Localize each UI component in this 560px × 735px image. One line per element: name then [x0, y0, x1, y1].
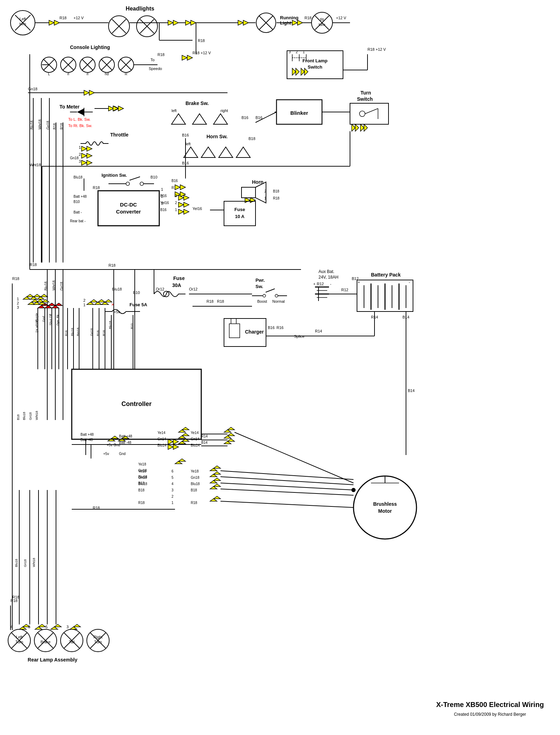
svg-text:Sw.: Sw.	[255, 284, 263, 289]
svg-text:Blu18: Blu18	[15, 559, 18, 567]
svg-text:Rear Lamp Assembly: Rear Lamp Assembly	[28, 657, 77, 663]
svg-text:Aux Bat.: Aux Bat.	[318, 269, 334, 274]
svg-text:B18: B18	[191, 488, 197, 492]
svg-text:R18: R18	[273, 196, 280, 200]
svg-text:R18: R18	[191, 501, 197, 505]
svg-text:R18  +12 V: R18 +12 V	[368, 47, 386, 51]
svg-text:Headlights: Headlights	[126, 6, 154, 12]
svg-text:24V, 18AH: 24V, 18AH	[318, 275, 338, 280]
svg-text:Blu18: Blu18	[138, 475, 147, 479]
svg-text:4: 4	[172, 482, 174, 486]
svg-text:1: 1	[79, 145, 81, 149]
svg-text:Batt -: Batt -	[74, 210, 82, 214]
svg-text:Converter: Converter	[116, 209, 141, 215]
svg-text:B18: B18	[248, 136, 255, 141]
svg-text:6: 6	[172, 469, 174, 473]
svg-text:To Rt. Bk. Sw.: To Rt. Bk. Sw.	[68, 124, 92, 128]
svg-text:R12: R12	[317, 282, 324, 286]
svg-text:3: 3	[17, 305, 19, 309]
svg-text:Throttle: Throttle	[110, 132, 128, 138]
svg-text:hd: hd	[105, 72, 108, 76]
svg-text:Blu18: Blu18	[191, 482, 200, 486]
svg-text:Fuse 5A: Fuse 5A	[130, 302, 147, 307]
svg-text:Switch: Switch	[357, 96, 373, 102]
svg-text:R18: R18	[12, 595, 19, 599]
svg-text:Blu18: Blu18	[74, 175, 83, 179]
svg-text:Ye18: Ye18	[138, 462, 146, 466]
svg-text:Rear bat -: Rear bat -	[70, 219, 85, 223]
svg-text:+: +	[313, 282, 315, 286]
svg-text:R18: R18	[93, 186, 100, 190]
svg-text:right: right	[220, 108, 228, 113]
svg-text:Batt +48: Batt +48	[80, 433, 94, 436]
svg-text:3: 3	[175, 194, 177, 198]
svg-text:B18: B18	[138, 481, 145, 485]
svg-text:R18: R18	[206, 299, 214, 303]
svg-text:Charger: Charger	[245, 329, 264, 335]
svg-text:R16: R16	[160, 194, 167, 198]
svg-text:-: -	[409, 280, 410, 284]
svg-text:B18: B18	[273, 189, 279, 193]
svg-text:Gnd: Gnd	[119, 452, 126, 456]
svg-text:1: 1	[303, 50, 305, 54]
svg-text:1: 1	[175, 208, 177, 212]
svg-text:Tail: Tail	[69, 640, 75, 644]
svg-text:5: 5	[172, 476, 174, 479]
svg-text:30A: 30A	[172, 282, 181, 288]
svg-text:Brushless: Brushless	[373, 501, 397, 507]
svg-text:2: 2	[296, 50, 298, 54]
svg-text:left: left	[172, 108, 177, 113]
svg-text:To L. Bk. Sw.: To L. Bk. Sw.	[68, 117, 91, 121]
svg-text:R: R	[125, 72, 127, 76]
svg-text:3: 3	[79, 159, 81, 163]
svg-text:2: 2	[175, 201, 177, 205]
svg-text:R14: R14	[315, 329, 322, 333]
svg-text:+5v: +5v	[103, 452, 109, 456]
svg-text:Fuse: Fuse	[234, 207, 245, 212]
svg-text:Speedo: Speedo	[149, 66, 162, 71]
svg-text:R18: R18	[12, 276, 19, 281]
svg-text:Motor: Motor	[378, 508, 392, 514]
diagram-title: X-Treme XB500 Electrical Wiring	[436, 701, 544, 708]
svg-text:Brake Sw.: Brake Sw.	[186, 100, 209, 106]
svg-text:Battery Pack: Battery Pack	[371, 272, 401, 278]
svg-text:R18: R18	[158, 52, 164, 57]
svg-text:Running: Running	[280, 15, 299, 20]
svg-text:2: 2	[17, 301, 19, 305]
svg-text:Turn: Turn	[360, 90, 371, 96]
svg-text:Console Lighting: Console Lighting	[70, 44, 110, 50]
svg-text:B16: B16	[172, 179, 178, 183]
svg-text:+12 V: +12 V	[336, 16, 346, 20]
svg-text:R18: R18	[30, 262, 37, 267]
diagram-created: Created 01/09/2009 by Richard Berger	[454, 712, 526, 717]
svg-text:Turn: Turn	[15, 640, 23, 644]
svg-text:Controller: Controller	[121, 400, 152, 407]
svg-text:B14: B14	[408, 388, 415, 393]
svg-text:Fuse: Fuse	[173, 275, 185, 281]
svg-text:1: 1	[161, 187, 163, 191]
svg-text:rl: rl	[86, 72, 89, 76]
svg-text:Ye14: Ye14	[158, 431, 166, 435]
svg-text:Left: Left	[16, 635, 22, 639]
svg-text:DC-DC: DC-DC	[120, 202, 137, 208]
svg-text:Wht18: Wht18	[32, 558, 36, 567]
svg-text:R18: R18	[59, 16, 66, 20]
svg-text:10 A: 10 A	[235, 214, 245, 219]
svg-text:3: 3	[289, 50, 291, 54]
svg-text:Ignition Sw.: Ignition Sw.	[102, 173, 127, 178]
svg-text:Pwr.: Pwr.	[255, 278, 265, 283]
svg-text:Gn18: Gn18	[29, 412, 32, 420]
svg-text:Batt -48: Batt -48	[80, 438, 93, 442]
svg-text:Or12: Or12	[156, 287, 164, 291]
svg-text:rl: rl	[67, 72, 69, 76]
svg-text:B16: B16	[268, 326, 275, 330]
svg-text:Switch: Switch	[308, 64, 322, 70]
svg-text:To Meter: To Meter	[59, 104, 80, 110]
svg-text:R18: R18	[138, 501, 145, 505]
svg-text:1: 1	[264, 196, 266, 200]
svg-text:Wht18: Wht18	[35, 411, 38, 420]
svg-text:Boost: Boost	[257, 299, 267, 303]
svg-text:Horn Sw.: Horn Sw.	[206, 134, 227, 139]
svg-text:R12: R12	[341, 288, 348, 292]
svg-text:B10: B10	[133, 290, 140, 295]
